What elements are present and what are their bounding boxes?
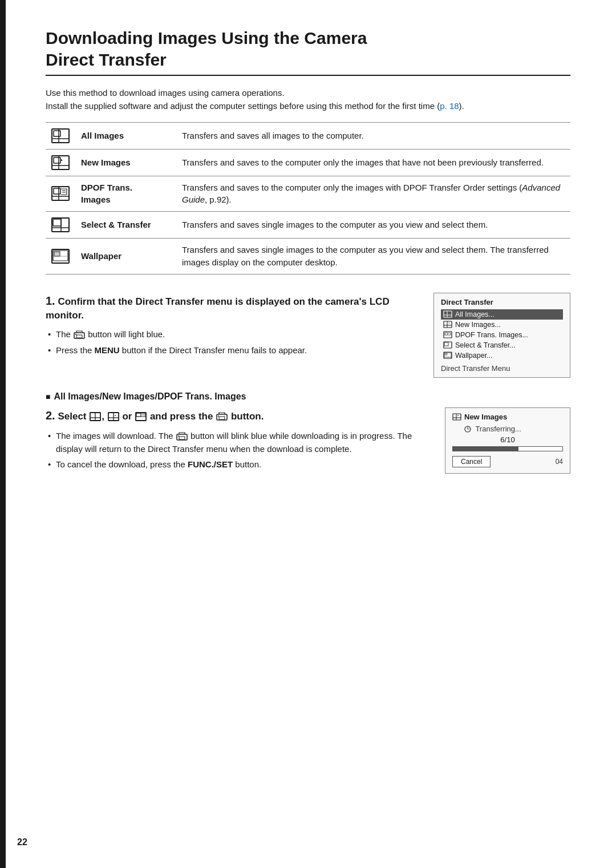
step2-text: 2. Select , * or and press the button. T…	[46, 407, 431, 474]
table-row: Select & Transfer Transfers and saves si…	[46, 212, 570, 239]
svg-rect-49	[219, 417, 225, 419]
new-images-icon: *	[51, 155, 70, 171]
svg-rect-1	[54, 131, 60, 136]
svg-rect-33	[444, 342, 452, 348]
menu-new-icon: *	[443, 321, 452, 328]
wallpaper-icon	[51, 248, 70, 264]
step1-section: 1. Confirm that the Direct Transfer menu…	[46, 293, 570, 378]
menu-caption: Direct Transfer Menu	[441, 364, 563, 373]
step1-bullets: The button will light blue. Press the ME…	[46, 328, 420, 357]
menu-item-dpof: DPOF Trans. Images...	[441, 330, 563, 340]
step2-row: 2. Select , * or and press the button. T…	[46, 407, 570, 474]
wallpaper-desc: Transfers and saves single images to the…	[175, 239, 570, 274]
table-row: * New Images Transfers and saves to the …	[46, 149, 570, 176]
intro-line2: Install the supplied software and adjust…	[46, 101, 464, 111]
svg-text:*: *	[60, 158, 63, 164]
print-button-step2-icon	[216, 412, 228, 421]
svg-text:*: *	[115, 414, 116, 418]
svg-rect-46	[136, 413, 141, 417]
dpof-desc: Transfers and saves to the computer only…	[175, 176, 570, 212]
dialog-transferring: Transferring...	[452, 425, 563, 433]
svg-rect-37	[445, 353, 447, 355]
dialog-progress: 6/10	[452, 435, 563, 444]
step1-bullet2: Press the MENU button if the Direct Tran…	[46, 344, 420, 357]
dialog-num: 04	[556, 458, 563, 466]
cancel-button[interactable]: Cancel	[452, 456, 491, 467]
dpof-label: DPOF Trans.Images	[75, 176, 175, 212]
all-images-desc: Transfers and saves all images to the co…	[175, 122, 570, 149]
all-images-icon	[51, 128, 70, 144]
svg-text:*: *	[448, 322, 449, 325]
step2-heading: 2. Select , * or and press the button.	[46, 407, 431, 423]
wallpaper-label: Wallpaper	[75, 239, 175, 274]
section-header: All Images/New Images/DPOF Trans. Images	[46, 391, 570, 402]
svg-rect-10	[54, 188, 60, 194]
step2-section: 2. Select , * or and press the button. T…	[46, 407, 570, 474]
intro-text: Use this method to download images using…	[46, 86, 570, 113]
menu-wallpaper-icon	[443, 352, 452, 359]
progress-bar	[452, 446, 563, 451]
step2-bullet1: The images will download. The button wil…	[46, 429, 431, 456]
progress-bar-fill	[453, 447, 518, 451]
svg-rect-24	[444, 311, 452, 317]
svg-rect-22	[76, 335, 82, 338]
menu-all-icon	[443, 310, 452, 318]
table-row: Wallpaper Transfers and saves single ima…	[46, 239, 570, 274]
dialog-new-icon: *	[452, 413, 461, 421]
page-title: Downloading Images Using the CameraDirec…	[46, 27, 570, 76]
select-transfer-label: Select & Transfer	[75, 212, 175, 239]
page-number: 22	[17, 837, 27, 847]
direct-transfer-menu-box: Direct Transfer All Images... * New Imag…	[433, 293, 570, 378]
page-link[interactable]: p. 18	[440, 101, 459, 111]
menu-select-icon	[443, 341, 452, 349]
all-images-icon-cell	[46, 122, 75, 149]
table-row: All Images Transfers and saves all image…	[46, 122, 570, 149]
step2-bullets: The images will download. The button wil…	[46, 429, 431, 471]
svg-rect-5	[54, 158, 60, 163]
step2-bullet2: To cancel the download, press the FUNC./…	[46, 458, 431, 471]
menu-dpof-icon	[443, 331, 452, 338]
svg-point-50	[218, 415, 219, 417]
menu-title: Direct Transfer	[441, 298, 563, 306]
step1-text: 1. Confirm that the Direct Transfer menu…	[46, 293, 420, 359]
all-images-label: All Images	[75, 122, 175, 149]
new-images-icon-cell: *	[46, 149, 75, 176]
menu-item-new: * New Images...	[441, 320, 563, 330]
svg-rect-52	[179, 437, 185, 439]
menu-item-wallpaper: Wallpaper...	[441, 350, 563, 361]
dialog-title: * New Images	[452, 413, 563, 421]
svg-point-23	[75, 334, 76, 335]
svg-rect-14	[53, 219, 61, 226]
svg-rect-32	[445, 333, 448, 335]
step1-row: 1. Confirm that the Direct Transfer menu…	[46, 293, 570, 378]
svg-rect-19	[54, 252, 60, 256]
dpof-inline-icon	[135, 412, 147, 421]
new-images-label: New Images	[75, 149, 175, 176]
svg-rect-54	[453, 414, 461, 420]
select-transfer-desc: Transfers and saves single images to the…	[175, 212, 570, 239]
cancel-row: Cancel 04	[452, 456, 563, 467]
select-transfer-icon	[51, 217, 70, 233]
transfer-dialog-box: * New Images Transferring... 6/10 Cancel…	[445, 407, 570, 474]
dpof-icon	[51, 185, 70, 201]
wallpaper-icon-cell	[46, 239, 75, 274]
transfer-table: All Images Transfers and saves all image…	[46, 122, 570, 274]
table-row: DPOF Trans.Images Transfers and saves to…	[46, 176, 570, 212]
menu-item-all: All Images...	[441, 309, 563, 320]
svg-point-53	[178, 435, 179, 437]
select-transfer-icon-cell	[46, 212, 75, 239]
new-images-inline-icon: *	[108, 412, 119, 421]
svg-rect-34	[444, 342, 448, 346]
dpof-icon-cell	[46, 176, 75, 212]
print-button-bullet-icon	[176, 432, 188, 441]
page: Downloading Images Using the CameraDirec…	[0, 0, 616, 868]
svg-text:*: *	[457, 414, 459, 418]
step1-heading: 1. Confirm that the Direct Transfer menu…	[46, 293, 420, 322]
svg-rect-27	[444, 321, 452, 328]
new-images-desc: Transfers and saves to the computer only…	[175, 149, 570, 176]
menu-item-select: Select & Transfer...	[441, 340, 563, 350]
all-images-inline-icon	[90, 412, 101, 421]
svg-rect-13	[52, 218, 69, 232]
transferring-icon	[464, 426, 472, 433]
step1-bullet1: The button will light blue.	[46, 328, 420, 341]
